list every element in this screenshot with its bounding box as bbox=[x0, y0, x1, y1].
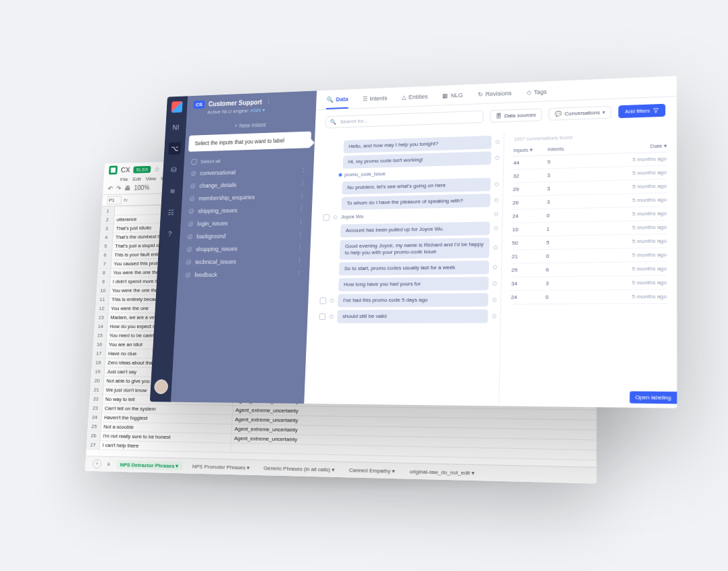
message-trail-dot[interactable] bbox=[492, 298, 496, 302]
row-head[interactable]: 13 bbox=[95, 313, 108, 322]
col-date[interactable]: Date ▾ bbox=[582, 143, 667, 152]
row-head[interactable]: 1 bbox=[101, 207, 115, 215]
conversations-dropdown[interactable]: 💬 Conversations bbox=[549, 106, 612, 121]
row-head[interactable]: 17 bbox=[93, 350, 107, 358]
intent-item[interactable]: @feedback⋮ bbox=[178, 267, 310, 281]
message-bubble[interactable]: should still be valid bbox=[337, 309, 488, 323]
sidebar-item-layers[interactable]: ☷ bbox=[165, 206, 178, 219]
col-intents[interactable]: Intents bbox=[548, 146, 575, 153]
message-radio[interactable] bbox=[330, 299, 334, 303]
row-head[interactable]: 12 bbox=[95, 304, 109, 313]
sheet-tab[interactable]: original-raw_do_not_edit ▾ bbox=[405, 466, 478, 477]
message-bubble[interactable]: Joyce Wu bbox=[341, 210, 490, 222]
chevron-down-icon[interactable]: ▾ bbox=[262, 107, 265, 113]
sheet-tab[interactable]: NPS Detractor Phrases ▾ bbox=[116, 460, 182, 470]
table-row[interactable]: 3435 months ago bbox=[511, 276, 667, 291]
row-head[interactable]: 16 bbox=[93, 340, 106, 349]
message-checkbox[interactable] bbox=[319, 298, 326, 304]
row-head[interactable]: 26 bbox=[87, 431, 101, 441]
row-head[interactable]: 6 bbox=[99, 251, 112, 260]
intent-menu-icon[interactable]: ⋮ bbox=[300, 180, 306, 187]
message-trail-dot[interactable] bbox=[494, 226, 498, 230]
message-bubble[interactable]: Account has been pulled up for Joyce Wu. bbox=[340, 221, 490, 237]
intent-tag[interactable]: promo_code_issue bbox=[338, 171, 385, 178]
row-head[interactable]: 7 bbox=[98, 260, 111, 269]
message-bubble[interactable]: Hello, and how may I help you tonight? bbox=[343, 136, 491, 153]
row-head[interactable]: 14 bbox=[94, 322, 107, 331]
data-sources-button[interactable]: 🗄 Data sources bbox=[490, 108, 542, 122]
tab-revisions[interactable]: ↻Revisions bbox=[477, 89, 512, 103]
message-trail-dot[interactable] bbox=[492, 314, 496, 318]
sidebar-item-help[interactable]: ? bbox=[163, 227, 176, 240]
row-head[interactable]: 9 bbox=[97, 277, 110, 286]
table-row[interactable]: 2565 months ago bbox=[511, 262, 667, 277]
intent-menu-icon[interactable]: ⋮ bbox=[296, 258, 303, 265]
table-row[interactable]: 2105 months ago bbox=[511, 248, 667, 264]
row-head[interactable]: 19 bbox=[91, 367, 105, 377]
menu-file[interactable]: File bbox=[120, 177, 128, 183]
sheet-tab[interactable]: Generic Phrases (in all calls) ▾ bbox=[259, 463, 338, 474]
nlu-engine-value[interactable]: KNN bbox=[251, 107, 261, 113]
row-head[interactable]: 27 bbox=[86, 441, 101, 450]
sidebar-item-nl[interactable]: NI bbox=[170, 121, 182, 134]
add-sheet-button[interactable]: + bbox=[93, 459, 102, 468]
message-bubble[interactable]: Good evening Joyce, my name is Richard a… bbox=[340, 238, 490, 260]
menu-view[interactable]: View bbox=[146, 175, 157, 182]
row-head[interactable]: 25 bbox=[88, 422, 102, 431]
row-head[interactable]: 10 bbox=[97, 286, 110, 295]
col-inputs[interactable]: Inputs ▾ bbox=[513, 146, 540, 153]
message-bubble[interactable]: I've had this promo code 5 days ago bbox=[338, 293, 488, 307]
print-icon[interactable]: 🖶 bbox=[124, 184, 130, 191]
intent-menu-icon[interactable]: ⋮ bbox=[299, 193, 305, 200]
row-head[interactable]: 22 bbox=[89, 395, 103, 404]
intent-menu-icon[interactable]: ⋮ bbox=[298, 219, 304, 225]
project-menu-icon[interactable]: ⋮ bbox=[265, 99, 271, 105]
all-sheets-icon[interactable]: ≡ bbox=[107, 461, 111, 467]
message-trail-dot[interactable] bbox=[494, 246, 498, 250]
search-input[interactable]: 🔍 Search for... bbox=[326, 111, 484, 128]
tab-tags[interactable]: ◇Tags bbox=[526, 88, 546, 102]
sidebar-item-database[interactable]: ⛁ bbox=[167, 163, 180, 176]
row-head[interactable]: 4 bbox=[100, 233, 113, 242]
row-head[interactable]: 5 bbox=[99, 242, 113, 251]
intent-item[interactable]: @technical_issues⋮ bbox=[178, 254, 310, 269]
message-trail-dot[interactable] bbox=[496, 140, 500, 144]
intent-menu-icon[interactable]: ⋮ bbox=[297, 232, 303, 238]
message-trail-dot[interactable] bbox=[494, 212, 498, 216]
message-bubble[interactable]: No problem, let's see what's going on he… bbox=[342, 178, 491, 194]
message-trail-dot[interactable] bbox=[493, 265, 497, 269]
intent-menu-icon[interactable]: ⋮ bbox=[300, 167, 306, 174]
tab-intents[interactable]: ☰Intents bbox=[362, 94, 388, 108]
zoom-level[interactable]: 100% bbox=[134, 184, 149, 192]
cell-a[interactable]: I can't help there bbox=[100, 441, 232, 453]
tab-entities[interactable]: △Entities bbox=[401, 92, 428, 107]
project-title[interactable]: Customer Support bbox=[208, 99, 262, 107]
open-labeling-button[interactable]: Open labeling bbox=[629, 391, 677, 404]
intent-menu-icon[interactable]: ⋮ bbox=[298, 206, 305, 213]
message-radio[interactable] bbox=[333, 215, 337, 219]
message-trail-dot[interactable] bbox=[493, 281, 497, 286]
row-head[interactable]: 24 bbox=[88, 413, 102, 423]
select-all-checkbox[interactable] bbox=[191, 159, 197, 165]
message-bubble[interactable]: How long have you had yours for bbox=[338, 277, 489, 292]
star-icon[interactable]: ☆ bbox=[154, 165, 160, 172]
cell-reference[interactable]: P1 bbox=[107, 196, 122, 205]
message-trail-dot[interactable] bbox=[494, 182, 498, 186]
sidebar-item-branch[interactable]: ⌥ bbox=[168, 142, 181, 155]
app-logo-icon[interactable] bbox=[172, 101, 183, 113]
intent-item[interactable]: @shopping_issues⋮ bbox=[179, 241, 311, 256]
message-radio[interactable] bbox=[330, 315, 334, 319]
row-head[interactable]: 11 bbox=[96, 296, 109, 304]
tab-data[interactable]: 🔍Data bbox=[326, 96, 348, 109]
row-head[interactable]: 2 bbox=[101, 215, 114, 224]
tab-nlg[interactable]: ▦NLG bbox=[442, 91, 463, 105]
menu-edit[interactable]: Edit bbox=[132, 176, 141, 182]
intent-menu-icon[interactable]: ⋮ bbox=[297, 244, 303, 251]
sidebar-item-metrics[interactable]: ≋ bbox=[166, 184, 179, 197]
row-head[interactable]: 3 bbox=[100, 224, 113, 233]
undo-icon[interactable]: ↶ bbox=[107, 185, 113, 192]
row-head[interactable]: 20 bbox=[90, 377, 105, 386]
message-bubble[interactable]: Hi, my promo code isn't working! bbox=[343, 151, 492, 169]
sheet-tab[interactable]: NPS Promoter Phrases ▾ bbox=[188, 462, 253, 472]
row-head[interactable]: 15 bbox=[93, 331, 107, 340]
